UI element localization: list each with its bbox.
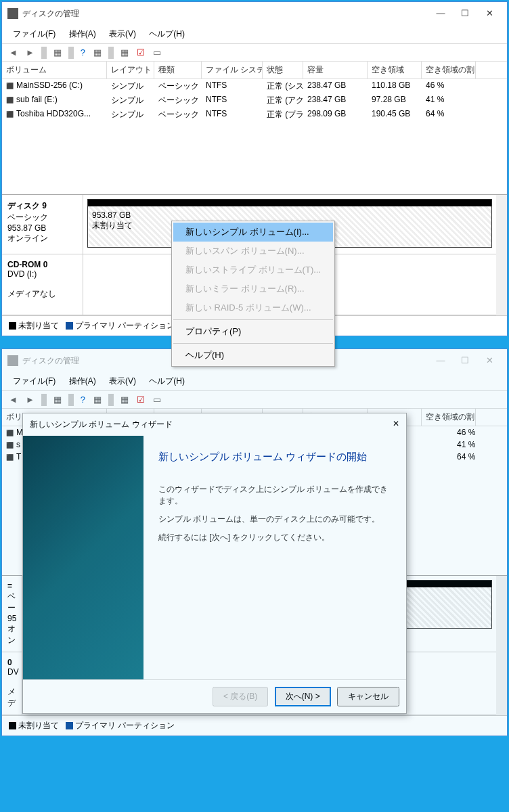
ctx-properties[interactable]: プロパティ(P) <box>173 322 333 341</box>
list-icon[interactable]: ▭ <box>150 46 164 59</box>
column-headers[interactable]: ボリューム レイアウト 種類 ファイル システム 状態 容量 空き領域 空き領域… <box>2 62 507 79</box>
help-icon[interactable]: ? <box>78 46 88 59</box>
ctx-new-simple-volume[interactable]: 新しいシンプル ボリューム(I)... <box>173 223 333 242</box>
close-button[interactable]: ✕ <box>477 6 502 21</box>
col-volume[interactable]: ボリューム <box>2 62 107 78</box>
window-title: ディスクの管理 <box>22 8 424 20</box>
menu-file[interactable]: ファイル(F) <box>7 26 61 42</box>
col-capacity[interactable]: 容量 <box>303 62 368 78</box>
menubar: ファイル(F) 操作(A) 表示(V) ヘルプ(H) <box>2 25 507 44</box>
tool-icon[interactable]: ▦ <box>91 46 104 59</box>
wizard-titlebar[interactable]: 新しいシンプル ボリューム ウィザード ✕ <box>23 413 406 436</box>
maximize-button[interactable]: ☐ <box>453 353 477 368</box>
disk-management-window-1: ディスクの管理 — ☐ ✕ ファイル(F) 操作(A) 表示(V) ヘルプ(H)… <box>1 1 508 336</box>
next-button[interactable]: 次へ(N) > <box>275 687 331 706</box>
menu-help[interactable]: ヘルプ(H) <box>143 26 190 42</box>
volume-list[interactable]: MainSSD-256 (C:)シンプルベーシックNTFS正常 (シス...23… <box>2 79 507 194</box>
list-item[interactable]: MainSSD-256 (C:)シンプルベーシックNTFS正常 (シス...23… <box>2 79 507 93</box>
col-fs[interactable]: ファイル システム <box>202 62 263 78</box>
help-icon[interactable]: ? <box>78 393 88 406</box>
back-button: < 戻る(B) <box>213 687 268 706</box>
menubar: ファイル(F) 操作(A) 表示(V) ヘルプ(H) <box>2 372 507 391</box>
ctx-new-stripe-volume: 新しいストライプ ボリューム(T)... <box>173 261 333 279</box>
refresh-icon[interactable]: ▦ <box>51 46 64 59</box>
titlebar[interactable]: ディスクの管理 — ☐ ✕ <box>2 2 507 25</box>
forward-icon[interactable]: ► <box>23 393 37 406</box>
checkbox-icon[interactable]: ☑ <box>134 46 148 59</box>
tool-icon-2[interactable]: ▦ <box>118 393 131 406</box>
disk-label-panel: = ベー 95 オン <box>2 576 22 652</box>
tool-icon[interactable]: ▦ <box>91 393 104 406</box>
menu-view[interactable]: 表示(V) <box>104 26 141 42</box>
context-menu: 新しいシンプル ボリューム(I)... 新しいスパン ボリューム(N)... 新… <box>171 221 335 367</box>
list-item[interactable]: sub fail (E:)シンプルベーシックNTFS正常 (アク...238.4… <box>2 93 507 108</box>
menu-action[interactable]: 操作(A) <box>64 374 102 389</box>
ctx-new-raid5-volume: 新しい RAID-5 ボリューム(W)... <box>173 298 333 317</box>
wizard-sidebar-image <box>23 436 143 679</box>
minimize-button[interactable]: — <box>428 353 453 368</box>
col-pct[interactable]: 空き領域の割... <box>422 62 476 78</box>
list-item[interactable]: Toshiba HDD320G...シンプルベーシックNTFS正常 (プラ...… <box>2 108 507 122</box>
new-simple-volume-wizard: 新しいシンプル ボリューム ウィザード ✕ 新しいシンプル ボリューム ウィザー… <box>22 413 407 714</box>
disk-management-window-2: ディスクの管理 — ☐ ✕ ファイル(F) 操作(A) 表示(V) ヘルプ(H)… <box>1 348 508 736</box>
ctx-new-mirror-volume: 新しいミラー ボリューム(R)... <box>173 279 333 298</box>
close-icon[interactable]: ✕ <box>393 419 399 430</box>
tool-icon-2[interactable]: ▦ <box>118 46 131 59</box>
ctx-new-span-volume: 新しいスパン ボリューム(N)... <box>173 242 333 261</box>
scrollbar[interactable] <box>496 195 507 315</box>
checkbox-icon[interactable]: ☑ <box>134 393 148 406</box>
cancel-button[interactable]: キャンセル <box>337 687 399 706</box>
wizard-heading: 新しいシンプル ボリューム ウィザードの開始 <box>158 451 391 464</box>
legend: 未割り当て プライマリ パーティション <box>2 715 507 736</box>
app-icon <box>7 355 18 366</box>
menu-action[interactable]: 操作(A) <box>64 26 102 42</box>
list-icon[interactable]: ▭ <box>150 393 164 406</box>
forward-icon[interactable]: ► <box>23 46 37 59</box>
disk-label-panel: ディスク 9 ベーシック 953.87 GB オンライン <box>2 195 83 254</box>
wizard-buttons: < 戻る(B) 次へ(N) > キャンセル <box>23 679 406 713</box>
disk-name: ディスク 9 <box>7 201 47 210</box>
toolbar: ◄ ► ▦ ? ▦ ▦ ☑ ▭ <box>2 44 507 62</box>
menu-view[interactable]: 表示(V) <box>104 374 141 389</box>
col-status[interactable]: 状態 <box>263 62 303 78</box>
cdrom-label-panel: CD-ROM 0 DVD (I:) メディアなし <box>2 254 83 315</box>
menu-file[interactable]: ファイル(F) <box>7 374 61 389</box>
app-icon <box>7 8 18 19</box>
disk-area[interactable]: 953.87 GB 未割り当て 新しいシンプル ボリューム(I)... 新しいス… <box>83 195 496 254</box>
menu-help[interactable]: ヘルプ(H) <box>143 374 190 389</box>
wizard-title: 新しいシンプル ボリューム ウィザード <box>30 419 173 430</box>
refresh-icon[interactable]: ▦ <box>51 393 64 406</box>
close-button[interactable]: ✕ <box>477 353 502 368</box>
back-icon[interactable]: ◄ <box>6 46 20 59</box>
back-icon[interactable]: ◄ <box>6 393 20 406</box>
disk-row[interactable]: ディスク 9 ベーシック 953.87 GB オンライン 953.87 GB 未… <box>2 195 496 254</box>
col-free[interactable]: 空き領域 <box>368 62 422 78</box>
maximize-button[interactable]: ☐ <box>453 6 477 21</box>
scrollbar[interactable] <box>496 576 507 715</box>
wizard-content: 新しいシンプル ボリューム ウィザードの開始 このウィザードでディスク上にシンプ… <box>143 436 406 679</box>
col-layout[interactable]: レイアウト <box>107 62 154 78</box>
toolbar: ◄ ► ▦ ? ▦ ▦ ☑ ▭ <box>2 391 507 409</box>
col-type[interactable]: 種類 <box>154 62 202 78</box>
ctx-help[interactable]: ヘルプ(H) <box>173 346 333 365</box>
minimize-button[interactable]: — <box>428 6 453 21</box>
